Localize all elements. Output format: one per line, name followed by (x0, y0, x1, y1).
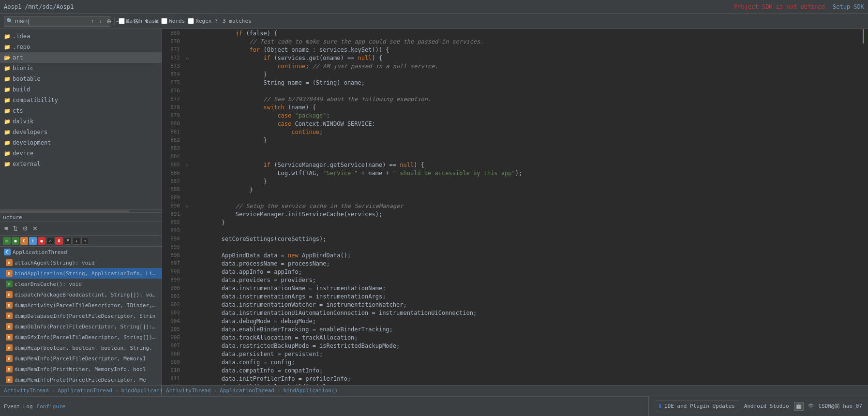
method-item-bindapplication[interactable]: m bindApplication(String, ApplicationInf… (0, 268, 162, 279)
input-method[interactable]: 中 (808, 402, 814, 410)
code-line-874: 874 } (162, 70, 868, 78)
method-item-cleardns[interactable]: m clearDnsCache(): void (0, 279, 162, 289)
method-item-dumpheap[interactable]: m dumpHeap(boolean, boolean, boolean, St… (0, 342, 162, 353)
icon-check[interactable]: ✓ (46, 237, 54, 245)
method-badge: m (6, 291, 13, 298)
prev-match-button[interactable]: ↑ (90, 17, 95, 26)
tree-item-art[interactable]: 📂 art (0, 52, 162, 63)
settings-button[interactable]: ⚙ (21, 224, 30, 233)
code-line-886: 886 Log.wtf(TAG, "Service " + name + " s… (162, 169, 868, 177)
tree-item-cts[interactable]: 📁 cts (0, 105, 162, 116)
sort-type-button[interactable]: ⇅ (11, 224, 19, 233)
icon-info[interactable]: i (29, 237, 37, 245)
method-badge: m (6, 366, 13, 372)
icon-circle[interactable]: ● (12, 237, 19, 245)
method-name: dumpDbInfo(ParcelFileDescriptor, String[… (15, 324, 158, 330)
breadcrumb-bindapp[interactable]: bindApplication() (121, 387, 162, 394)
tree-item-development[interactable]: 📁 development (0, 137, 162, 148)
tree-item-idea[interactable]: 📁 .idea (0, 31, 162, 42)
method-item-attachagent[interactable]: m attachAgent(String): void (0, 257, 162, 268)
method-name: attachAgent(String): void (15, 260, 95, 266)
icon-orange-c[interactable]: C (20, 237, 28, 245)
breadcrumb-arrow-2: › (277, 387, 281, 394)
method-badge: m (6, 355, 13, 362)
method-item-dumpmeminfoproto[interactable]: m dumpMemInfoProto(ParcelFileDescriptor,… (0, 374, 162, 385)
tree-item-dalvik[interactable]: 📁 dalvik (0, 116, 162, 127)
folder-icon: 📁 (4, 119, 11, 125)
configure-link[interactable]: Configure (37, 403, 66, 410)
tree-item-label: device (13, 150, 33, 157)
regex-option[interactable]: Regex (188, 18, 211, 24)
match-case-option[interactable]: Match Case (119, 18, 158, 24)
bottom-area: Event Log Configure ℹ IDE and Plugin Upd… (0, 396, 868, 416)
folder-icon: 📁 (4, 150, 11, 157)
tree-item-repo[interactable]: 📁 .repo (0, 42, 162, 52)
code-line-883: 883 (162, 144, 868, 152)
event-log-label: Event Log (4, 403, 33, 410)
match-case-checkbox[interactable] (119, 18, 125, 24)
find-usages-button[interactable]: ⊕ (105, 17, 113, 26)
method-item-dumpdb[interactable]: m dumpDbInfo(ParcelFileDescriptor, Strin… (0, 321, 162, 332)
icon-grid[interactable]: ⊞ (3, 237, 11, 245)
ide-update-text: IDE and Plugin Updates (664, 403, 735, 409)
code-editor: 869 if (false) { 870 // Test code to mak… (162, 29, 868, 396)
method-item-dumpmeminfo2[interactable]: m dumpMemInfo(PrintWriter, MemoryInfo, b… (0, 364, 162, 374)
method-item-dumpmeminfo1[interactable]: m dumpMemInfo(ParcelFileDescriptor, Memo… (0, 353, 162, 364)
breadcrumb-bindapp-bottom[interactable]: bindApplication() (284, 387, 338, 394)
close-structure-button[interactable]: ✕ (31, 224, 39, 233)
method-badge: C (4, 249, 11, 255)
words-checkbox[interactable] (161, 18, 167, 24)
tree-item-bootable[interactable]: 📁 bootable (0, 74, 162, 84)
method-badge: m (6, 376, 13, 383)
method-item-dumpgfx[interactable]: m dumpGfxInfo(ParcelFileDescriptor, Stri… (0, 332, 162, 342)
icon-red-a[interactable]: A (55, 237, 63, 245)
tree-item-compatibility[interactable]: 📁 compatibility (0, 95, 162, 105)
code-line-894: 894 setCoreSettings(coreSettings); (162, 235, 868, 243)
tree-item-build[interactable]: 📁 build (0, 84, 162, 95)
code-line-906: 906 data.trackAllocation = trackAllocati… (162, 333, 868, 342)
search-icon: 🔍 (6, 18, 13, 24)
tree-item-developers[interactable]: 📁 developers (0, 127, 162, 137)
method-name: clearDnsCache(): void (15, 281, 82, 287)
method-item-dumpdatabase[interactable]: m dumpDatabaseInfo(ParcelFileDescriptor,… (0, 311, 162, 321)
method-item-class[interactable]: C ApplicationThread (0, 247, 162, 257)
method-name: dumpDatabaseInfo(ParcelFileDescriptor, S… (15, 313, 155, 319)
breadcrumb-activity-thread[interactable]: ActivityThread (166, 387, 211, 394)
match-count: 3 matches (223, 18, 252, 24)
username: CSDN@简_hao_07 (819, 402, 862, 410)
search-help[interactable]: ? (214, 18, 218, 24)
code-scroll[interactable]: 869 if (false) { 870 // Test code to mak… (162, 29, 868, 385)
next-match-button[interactable]: ↓ (97, 17, 103, 26)
icon-red-dot[interactable]: ● (38, 237, 45, 245)
folder-icon: 📁 (4, 97, 11, 104)
sdk-warning: Project SDK is not defined (734, 3, 825, 10)
tree-item-label: .idea (13, 33, 30, 40)
folder-icon: 📁 (4, 108, 11, 114)
tree-item-bionic[interactable]: 📁 bionic (0, 63, 162, 74)
code-line-903: 903 data.instrumentationUiAutomationConn… (162, 309, 868, 317)
breadcrumb-appthread-bottom[interactable]: ApplicationThread (220, 387, 274, 394)
method-item-dumpactivity[interactable]: m dumpActivity(ParcelFileDescriptor, IBi… (0, 300, 162, 311)
android-studio-label: Android Studio (744, 403, 789, 409)
method-item-dispatch[interactable]: m dispatchPackageBroadcast(int, String[]… (0, 289, 162, 300)
words-option[interactable]: Words (161, 18, 185, 24)
icon-arrow-up[interactable]: ↑ (81, 237, 89, 245)
tree-item-device[interactable]: 📁 device (0, 148, 162, 159)
code-line-912: 912 data.buildSerial = buildSerial; (162, 383, 868, 385)
method-badge: m (6, 302, 13, 309)
breadcrumb-activity[interactable]: ActivityThread (4, 387, 49, 394)
method-badge: m (6, 334, 13, 341)
setup-sdk-link[interactable]: Setup SDK (833, 3, 864, 10)
regex-checkbox[interactable] (188, 18, 194, 24)
sort-alpha-button[interactable]: ≡ (3, 224, 10, 233)
icon-p[interactable]: P (64, 237, 72, 245)
breadcrumb-appthread[interactable]: ApplicationThread (58, 387, 112, 394)
code-line-869: 869 if (false) { (162, 29, 868, 37)
icon-arrow-down[interactable]: ↓ (73, 237, 80, 245)
tree-item-label: bootable (13, 75, 41, 82)
tree-item-external[interactable]: 📁 external (0, 159, 162, 169)
search-input[interactable] (15, 18, 88, 25)
code-line-902: 902 data.instrumentationWatcher = instru… (162, 300, 868, 309)
method-icons-bar: ⊞ ● C i ● ✓ A P ↓ ↑ (0, 236, 162, 247)
code-line-893: 893 (162, 226, 868, 235)
